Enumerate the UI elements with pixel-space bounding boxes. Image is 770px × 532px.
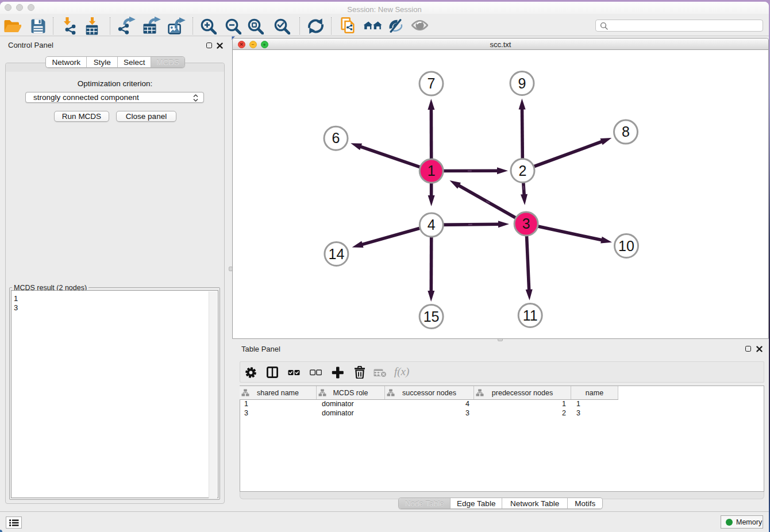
svg-text:14: 14 bbox=[328, 246, 344, 262]
svg-text:2: 2 bbox=[519, 163, 527, 179]
svg-text:11: 11 bbox=[523, 307, 538, 323]
svg-text:15: 15 bbox=[424, 309, 440, 325]
svg-text:6: 6 bbox=[332, 130, 340, 146]
svg-text:7: 7 bbox=[428, 75, 436, 91]
svg-text:10: 10 bbox=[618, 238, 634, 254]
svg-text:4: 4 bbox=[428, 217, 436, 233]
svg-text:9: 9 bbox=[518, 75, 526, 91]
svg-text:8: 8 bbox=[622, 124, 630, 140]
svg-text:1: 1 bbox=[428, 163, 436, 179]
svg-text:3: 3 bbox=[522, 215, 530, 232]
